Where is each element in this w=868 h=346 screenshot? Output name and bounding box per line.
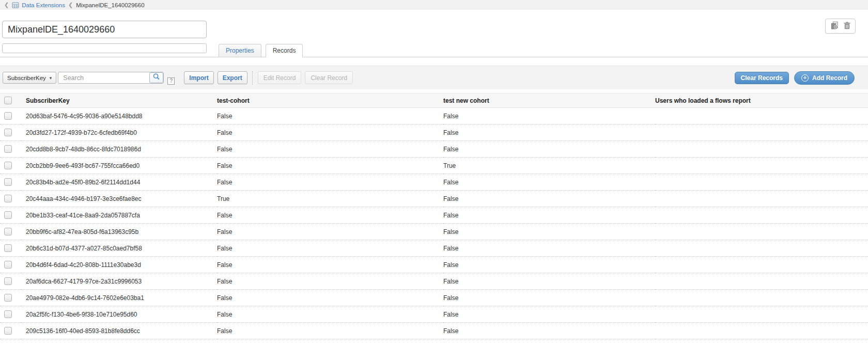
- clear-records-button[interactable]: Clear Records: [735, 72, 789, 84]
- row-subscriber-key: 20a2f5fc-f130-4be6-9f38-10e710e95d60: [21, 306, 217, 323]
- row-subscriber-key: 20c83b4b-ad2e-45f0-89b2-6f2114dd1d44: [21, 174, 217, 191]
- tab-properties[interactable]: Properties: [219, 44, 261, 57]
- row-checkbox[interactable]: [4, 178, 12, 186]
- row-checkbox[interactable]: [4, 310, 12, 318]
- table-row: 20b6c31d-b07d-4377-a027-85c0aed7bf58 Fal…: [0, 240, 868, 257]
- toolbar-divider: [252, 71, 253, 85]
- search-input[interactable]: [58, 72, 164, 84]
- row-flows-report: [655, 207, 868, 224]
- row-flows-report: [655, 257, 868, 273]
- search-field-dropdown[interactable]: SubscriberKey ▾: [3, 72, 56, 84]
- edit-record-button[interactable]: Edit Record: [258, 71, 302, 84]
- row-subscriber-key: 20c44aaa-434c-4946-b197-3e3ce6fae8ec: [21, 191, 217, 207]
- row-test-new-cohort: False: [443, 141, 655, 158]
- row-subscriber-key: 20b4d6f4-6dad-4c20-808b-1111e30abe3d: [21, 257, 217, 273]
- row-checkbox[interactable]: [4, 244, 12, 252]
- chevron-down-icon: ▾: [50, 75, 52, 81]
- table-row: 20af6dca-6627-4179-97ce-2a31c9996053 Fal…: [0, 273, 868, 290]
- row-test-new-cohort: False: [443, 108, 655, 124]
- search-box: [58, 72, 164, 84]
- export-button[interactable]: Export: [218, 71, 247, 84]
- row-checkbox[interactable]: [4, 211, 12, 219]
- row-test-cohort: False: [217, 240, 443, 257]
- select-all-checkbox[interactable]: [4, 97, 12, 104]
- row-checkbox[interactable]: [4, 277, 12, 285]
- help-icon[interactable]: ?: [167, 77, 175, 85]
- row-subscriber-key: 20b6c31d-b07d-4377-a027-85c0aed7bf58: [21, 240, 217, 257]
- row-test-new-cohort: False: [443, 224, 655, 240]
- row-checkbox[interactable]: [4, 327, 12, 335]
- toolbar-right-group: Clear Records + Add Record: [735, 71, 855, 85]
- row-subscriber-key: 20af6dca-6627-4179-97ce-2a31c9996053: [21, 273, 217, 290]
- row-flows-report: [655, 124, 868, 141]
- row-test-cohort: True: [217, 191, 443, 207]
- row-test-new-cohort: False: [443, 306, 655, 323]
- search-field-dropdown-label: SubscriberKey: [7, 75, 46, 81]
- records-toolbar: SubscriberKey ▾ ? Import Export Edit Rec…: [0, 66, 868, 89]
- table-header-row: SubscriberKey test-cohort test new cohor…: [0, 93, 868, 108]
- data-extension-grid-icon: [12, 2, 19, 8]
- column-header-test-cohort[interactable]: test-cohort: [217, 93, 443, 108]
- row-subscriber-key: 20bb9f6c-af82-47ea-805d-f6a13963c95b: [21, 224, 217, 240]
- table-row: 20d3fd27-172f-4939-b72c-6cfedb69f4b0 Fal…: [0, 124, 868, 141]
- row-checkbox[interactable]: [4, 112, 12, 120]
- row-test-cohort: False: [217, 141, 443, 158]
- column-header-flows-report[interactable]: Users who loaded a flows report: [655, 93, 868, 108]
- row-test-new-cohort: False: [443, 323, 655, 339]
- data-extension-name-input[interactable]: [2, 21, 207, 38]
- breadcrumb-link-data-extensions[interactable]: Data Extensions: [22, 2, 65, 8]
- row-flows-report: [655, 290, 868, 306]
- row-flows-report: [655, 191, 868, 207]
- tab-records[interactable]: Records: [266, 44, 303, 57]
- row-test-cohort: False: [217, 323, 443, 339]
- data-extension-records-page: ❮ Data Extensions ❮ MixpanelDE_164002966…: [0, 0, 868, 346]
- row-test-cohort: False: [217, 306, 443, 323]
- row-checkbox[interactable]: [4, 294, 12, 302]
- column-header-test-new-cohort[interactable]: test new cohort: [443, 93, 655, 108]
- row-subscriber-key: 20be1b33-ceaf-41ce-8aa9-2da057887cfa: [21, 207, 217, 224]
- copy-plus-icon: [830, 21, 839, 31]
- table-row: 20ae4979-082e-4db6-9c14-7602e6e03ba1 Fal…: [0, 290, 868, 306]
- column-header-subscriberkey[interactable]: SubscriberKey: [21, 93, 217, 108]
- table-row: 20be1b33-ceaf-41ce-8aa9-2da057887cfa Fal…: [0, 207, 868, 224]
- table-row: 20c83b4b-ad2e-45f0-89b2-6f2114dd1d44 Fal…: [0, 174, 868, 191]
- row-test-new-cohort: False: [443, 257, 655, 273]
- row-test-cohort: False: [217, 158, 443, 174]
- search-submit-button[interactable]: [149, 72, 163, 83]
- row-checkbox[interactable]: [4, 145, 12, 153]
- table-row: 20d63baf-5476-4c95-9036-a90e5148bdd8 Fal…: [0, 108, 868, 124]
- row-test-cohort: False: [217, 273, 443, 290]
- row-checkbox[interactable]: [4, 228, 12, 235]
- import-button[interactable]: Import: [184, 71, 213, 84]
- row-checkbox[interactable]: [4, 129, 12, 136]
- table-row: 20bb9f6c-af82-47ea-805d-f6a13963c95b Fal…: [0, 224, 868, 240]
- table-row: 20cdd8b8-9cb7-48db-86cc-8fdc7018986d Fal…: [0, 141, 868, 158]
- row-test-cohort: False: [217, 290, 443, 306]
- row-test-cohort: False: [217, 174, 443, 191]
- copy-data-extension-button[interactable]: [830, 21, 839, 31]
- back-chevron-icon[interactable]: ❮: [4, 2, 9, 8]
- row-flows-report: [655, 306, 868, 323]
- row-test-new-cohort: True: [443, 158, 655, 174]
- row-test-cohort: False: [217, 257, 443, 273]
- row-test-new-cohort: False: [443, 290, 655, 306]
- records-table-container: SubscriberKey test-cohort test new cohor…: [0, 93, 868, 339]
- add-record-button[interactable]: + Add Record: [794, 71, 855, 85]
- row-checkbox[interactable]: [4, 195, 12, 202]
- table-row: 20cb2bb9-9ee6-493f-bc67-755fcca66ed0 Fal…: [0, 158, 868, 174]
- row-test-cohort: False: [217, 207, 443, 224]
- row-checkbox[interactable]: [4, 261, 12, 269]
- row-flows-report: [655, 224, 868, 240]
- delete-data-extension-button[interactable]: [844, 22, 850, 31]
- row-checkbox[interactable]: [4, 162, 12, 169]
- row-test-new-cohort: False: [443, 273, 655, 290]
- clear-record-button[interactable]: Clear Record: [305, 71, 353, 84]
- row-subscriber-key: 20cdd8b8-9cb7-48db-86cc-8fdc7018986d: [21, 141, 217, 158]
- breadcrumb-separator-chevron: ❮: [68, 2, 73, 8]
- table-row: 209c5136-16f0-40ed-8593-81b8fe8dd6cc Fal…: [0, 323, 868, 339]
- row-flows-report: [655, 158, 868, 174]
- row-flows-report: [655, 323, 868, 339]
- row-flows-report: [655, 174, 868, 191]
- records-table: SubscriberKey test-cohort test new cohor…: [0, 93, 868, 339]
- trash-icon: [844, 22, 850, 31]
